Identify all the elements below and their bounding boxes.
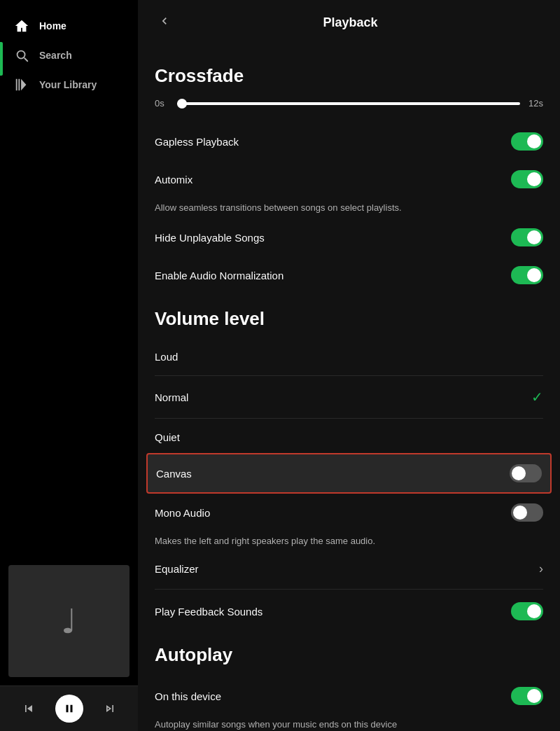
automix-label: Automix	[155, 174, 192, 186]
divider-3	[155, 589, 543, 590]
crossfade-row: 0s 12s	[155, 98, 543, 109]
sidebar-item-home[interactable]: Home	[0, 11, 138, 41]
gapless-playback-row: Gapless Playback	[155, 123, 543, 160]
now-playing-art: ♩	[8, 565, 130, 677]
play-feedback-label: Play Feedback Sounds	[155, 606, 262, 618]
volume-option-quiet[interactable]: Quiet	[155, 422, 543, 453]
automix-sublabel: Allow seamless transitions between songs…	[155, 200, 543, 218]
automix-toggle-slider	[511, 170, 543, 188]
home-icon	[14, 18, 29, 34]
equalizer-chevron-icon: ›	[539, 562, 543, 576]
audio-normalization-row: Enable Audio Normalization	[155, 256, 543, 294]
autoplay-device-sublabel: Autoplay similar songs when your music e…	[155, 716, 543, 731]
canvas-toggle-slider	[510, 464, 542, 482]
canvas-label: Canvas	[156, 468, 192, 480]
hide-unplayable-toggle[interactable]	[511, 228, 543, 246]
mono-audio-toggle[interactable]	[511, 503, 543, 522]
automix-toggle[interactable]	[511, 170, 543, 188]
mono-audio-row: Mono Audio	[155, 494, 543, 531]
music-note-icon: ♩	[61, 601, 77, 641]
crossfade-slider[interactable]	[177, 102, 520, 105]
player-controls	[0, 685, 138, 731]
volume-normal-label: Normal	[155, 391, 188, 403]
canvas-toggle[interactable]	[510, 464, 542, 482]
autoplay-device-toggle[interactable]	[511, 687, 543, 705]
hide-unplayable-row: Hide Unplayable Songs	[155, 218, 543, 256]
volume-level-section-title: Volume level	[155, 308, 543, 330]
hide-unplayable-toggle-slider	[511, 228, 543, 246]
play-feedback-toggle-slider	[511, 602, 543, 620]
play-feedback-row: Play Feedback Sounds	[155, 592, 543, 630]
canvas-row: Canvas	[146, 453, 552, 494]
sidebar-item-search[interactable]: Search	[0, 41, 138, 70]
equalizer-label: Equalizer	[155, 563, 199, 575]
page-header: Playback	[138, 0, 560, 46]
mono-audio-toggle-slider	[511, 503, 543, 522]
gapless-playback-label: Gapless Playback	[155, 136, 239, 148]
volume-selected-check-icon: ✓	[531, 389, 543, 405]
sidebar-bottom: ♩	[0, 557, 138, 685]
divider-2	[155, 418, 543, 419]
volume-option-loud[interactable]: Loud	[155, 341, 543, 373]
crossfade-section-title: Crossfade	[155, 65, 543, 87]
mono-audio-sublabel: Makes the left and right speakers play t…	[155, 533, 543, 552]
sidebar: Home Search Your Library	[0, 0, 138, 731]
automix-row: Automix	[155, 160, 543, 198]
gapless-playback-toggle[interactable]	[511, 132, 543, 151]
settings-content: Crossfade 0s 12s Gapless Playback Automi…	[138, 46, 560, 731]
sidebar-item-library-label: Your Library	[39, 79, 97, 90]
mono-audio-label: Mono Audio	[155, 507, 210, 519]
audio-normalization-toggle-slider	[511, 266, 543, 284]
sidebar-item-search-label: Search	[39, 50, 72, 61]
main-content: Playback Crossfade 0s 12s Gapless Playba…	[138, 0, 560, 731]
crossfade-max-label: 12s	[528, 98, 543, 109]
pause-button[interactable]	[55, 695, 83, 723]
play-feedback-toggle[interactable]	[511, 602, 543, 620]
crossfade-min-label: 0s	[155, 98, 169, 109]
equalizer-row[interactable]: Equalizer ›	[155, 552, 543, 586]
volume-option-normal[interactable]: Normal ✓	[155, 379, 543, 415]
gapless-playback-toggle-slider	[511, 132, 543, 151]
hide-unplayable-label: Hide Unplayable Songs	[155, 232, 265, 244]
volume-loud-label: Loud	[155, 351, 178, 363]
audio-normalization-toggle[interactable]	[511, 266, 543, 284]
search-icon	[14, 48, 29, 63]
autoplay-device-toggle-slider	[511, 687, 543, 705]
next-button[interactable]	[100, 699, 120, 718]
autoplay-device-row: On this device	[155, 677, 543, 715]
sidebar-item-home-label: Home	[39, 20, 66, 32]
autoplay-section-title: Autoplay	[155, 644, 543, 666]
prev-button[interactable]	[19, 699, 38, 718]
back-button[interactable]	[155, 11, 174, 34]
sidebar-nav: Home Search Your Library	[0, 0, 138, 111]
divider-1	[155, 375, 543, 376]
autoplay-device-label: On this device	[155, 690, 221, 702]
audio-normalization-label: Enable Audio Normalization	[155, 270, 284, 281]
library-icon	[14, 77, 29, 92]
page-title: Playback	[186, 15, 515, 30]
sidebar-item-library[interactable]: Your Library	[0, 70, 138, 99]
volume-quiet-label: Quiet	[155, 431, 180, 443]
